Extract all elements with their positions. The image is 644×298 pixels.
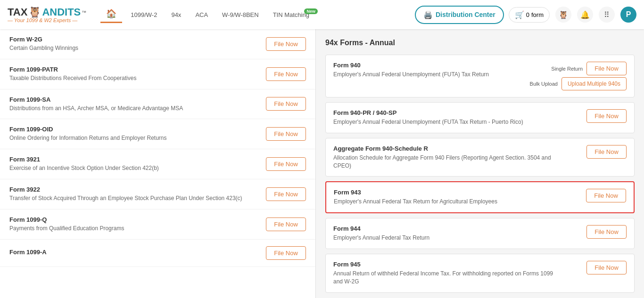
form-item-desc: Allocation Schedule for Aggregate Form 9… — [333, 154, 560, 170]
form-item-info: Form 1099-A — [9, 249, 47, 257]
list-item: Form 3921 Exercise of an Incentive Stock… — [0, 149, 315, 179]
form-940-actions: Single Return File Now Bulk Upload Uploa… — [530, 62, 627, 90]
grid-icon: ⠿ — [604, 10, 610, 19]
file-now-button[interactable]: File Now — [266, 217, 306, 231]
section-title: 94x Forms - Annual — [325, 39, 635, 47]
logo-tax: TAX — [8, 6, 27, 18]
nav-label-w9w8ben: W-9/W-8BEN — [222, 11, 259, 18]
form-item-name: Form 940-PR / 940-SP — [333, 109, 586, 116]
list-item: Form 1099-OID Online Ordering for Inform… — [0, 119, 315, 149]
form-item-desc: Employer's Annual Federal Tax Return for… — [334, 198, 560, 206]
form-item-desc: Taxable Distributions Received From Coop… — [9, 74, 136, 82]
list-item: Form 3922 Transfer of Stock Acquired Thr… — [0, 179, 315, 209]
file-now-button[interactable]: File Now — [586, 189, 626, 202]
form-item-desc: Annual Return of withheld Federal Income… — [333, 270, 560, 286]
notification-button[interactable]: 🔔 — [577, 7, 593, 23]
nav-label-1099w2: 1099/W-2 — [131, 11, 157, 18]
header-actions: 🛒 0 form 🦉 🔔 ⠿ P — [509, 7, 636, 23]
form-item-desc: Distributions from an HSA, Archer MSA, o… — [9, 105, 183, 113]
logo-tagline: — Your 1099 & W2 Experts — — [8, 17, 86, 23]
upload-multiple-button[interactable]: Upload Multiple 940s — [561, 77, 627, 90]
distribution-center-button[interactable]: 🖨️ Distribution Center — [415, 6, 504, 24]
user-avatar[interactable]: P — [620, 7, 636, 23]
list-item: Form 944 Employer's Annual Federal Tax R… — [325, 218, 635, 249]
form-item-desc: Online Ordering for Information Returns … — [9, 134, 167, 142]
file-now-button[interactable]: File Now — [266, 187, 306, 201]
form-item-name: Form 1099-OID — [9, 126, 167, 133]
single-return-row: Single Return File Now — [551, 62, 627, 75]
list-item: Aggregate Form 940-Schedule R Allocation… — [325, 138, 635, 177]
left-panel: Form W-2G Certain Gambling Winnings File… — [0, 29, 316, 298]
list-item-highlighted: Form 943 Employer's Annual Federal Tax R… — [325, 181, 635, 213]
form-item-info: Form 1099-PATR Taxable Distributions Rec… — [9, 66, 136, 82]
list-item: Form W-2G Certain Gambling Winnings File… — [0, 29, 315, 59]
logo-owl-icon: 🦉 — [28, 6, 41, 18]
file-now-button[interactable]: File Now — [266, 157, 306, 171]
form-item-name: Aggregate Form 940-Schedule R — [333, 145, 586, 152]
form-item-desc: Employer's Annual Federal Tax Return — [333, 234, 560, 242]
form-item-name: Form 940 — [333, 62, 530, 69]
file-now-button[interactable]: File Now — [266, 127, 306, 141]
main-layout: Form W-2G Certain Gambling Winnings File… — [0, 29, 644, 298]
form-item-info: Form 943 Employer's Annual Federal Tax R… — [334, 189, 586, 206]
form-item-info: Form 944 Employer's Annual Federal Tax R… — [333, 225, 586, 242]
tin-new-badge: New — [304, 8, 318, 14]
owl-icon: 🦉 — [559, 10, 568, 19]
nav-item-aca[interactable]: ACA — [190, 9, 214, 20]
grid-menu-button[interactable]: ⠿ — [599, 7, 615, 23]
logo-tm: ™ — [82, 10, 86, 15]
form-item-info: Form 940 Employer's Annual Federal Unemp… — [333, 62, 530, 79]
right-panel: 94x Forms - Annual Form 940 Employer's A… — [316, 29, 644, 298]
file-now-button[interactable]: File Now — [586, 225, 627, 239]
nav-label-aca: ACA — [195, 11, 208, 18]
form-item-info: Form W-2G Certain Gambling Winnings — [9, 36, 78, 52]
cart-button[interactable]: 🛒 0 form — [509, 7, 550, 23]
nav-label-94x: 94x — [171, 11, 181, 18]
cart-icon: 🛒 — [515, 10, 524, 19]
form-item-info: Form 945 Annual Return of withheld Feder… — [333, 261, 586, 286]
nav-item-home[interactable]: 🏠 — [100, 7, 122, 23]
nav-item-w9w8ben[interactable]: W-9/W-8BEN — [216, 9, 264, 20]
file-now-button[interactable]: File Now — [586, 109, 627, 123]
logo-main: TAX 🦉 ANDITS ™ — [8, 6, 86, 18]
file-now-button[interactable]: File Now — [266, 67, 306, 81]
list-item: Form 1099-Q Payments from Qualified Educ… — [0, 209, 315, 240]
nav-item-tin[interactable]: New TIN Matching — [267, 9, 315, 20]
form-item-info: Form 1099-OID Online Ordering for Inform… — [9, 126, 167, 142]
bulk-upload-row: Bulk Upload Upload Multiple 940s — [530, 77, 627, 90]
form-item-name: Form W-2G — [9, 36, 78, 43]
file-now-button[interactable]: File Now — [266, 97, 306, 111]
bell-icon: 🔔 — [580, 10, 590, 19]
form-item-info: Form 940-PR / 940-SP Employer's Annual F… — [333, 109, 586, 126]
form-item-name: Form 943 — [334, 189, 586, 196]
cart-count: 0 — [526, 11, 529, 18]
list-item: Form 940-PR / 940-SP Employer's Annual F… — [325, 102, 635, 133]
distribution-center-label: Distribution Center — [436, 11, 495, 18]
list-item: Form 945 Annual Return of withheld Feder… — [325, 254, 635, 293]
home-icon: 🏠 — [106, 8, 116, 19]
form-item-name: Form 1099-SA — [9, 96, 183, 103]
form-item-info: Form 1099-SA Distributions from an HSA, … — [9, 96, 183, 113]
file-now-button[interactable]: File Now — [586, 62, 627, 75]
form-item-info: Form 3921 Exercise of an Incentive Stock… — [9, 156, 159, 172]
owl-icon-button[interactable]: 🦉 — [555, 7, 571, 23]
list-item: Form 1099-A File Now — [0, 240, 315, 267]
form-item-info: Aggregate Form 940-Schedule R Allocation… — [333, 145, 586, 170]
main-nav: 🏠 1099/W-2 94x ACA W-9/W-8BEN New TIN Ma… — [100, 7, 410, 23]
printer-icon: 🖨️ — [423, 10, 433, 19]
file-now-button[interactable]: File Now — [266, 37, 306, 51]
form-item-info: Form 3922 Transfer of Stock Acquired Thr… — [9, 186, 242, 202]
file-now-button[interactable]: File Now — [586, 261, 627, 274]
file-now-button[interactable]: File Now — [586, 145, 627, 159]
form-item-name: Form 1099-PATR — [9, 66, 136, 73]
file-now-button[interactable]: File Now — [266, 246, 306, 260]
form-item-name: Form 945 — [333, 261, 586, 268]
nav-item-94x[interactable]: 94x — [165, 9, 187, 20]
form-item-desc: Exercise of an Incentive Stock Option Un… — [9, 164, 159, 172]
list-item: Form 1099-SA Distributions from an HSA, … — [0, 89, 315, 120]
bulk-upload-label: Bulk Upload — [530, 81, 558, 87]
nav-item-1099w2[interactable]: 1099/W-2 — [125, 9, 163, 20]
cart-label: form — [531, 11, 544, 18]
header: TAX 🦉 ANDITS ™ — Your 1099 & W2 Experts … — [0, 0, 644, 29]
form-item-name: Form 1099-A — [9, 249, 47, 256]
